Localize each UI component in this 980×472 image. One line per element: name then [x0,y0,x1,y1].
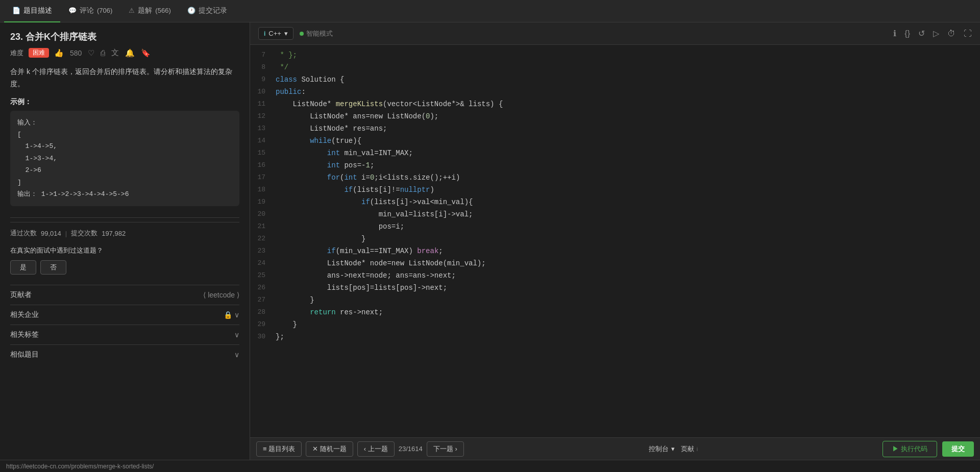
bookmark-icon[interactable]: 🔖 [141,48,151,58]
line-content-13: ListNode* res=ans; [276,122,980,135]
example-label: 示例： [10,97,239,107]
line-content-11: ListNode* mergeKLists(vector<ListNode*>&… [276,98,980,110]
line-num-8: 8 [250,61,276,73]
toolbar-mode: 智能模式 [300,29,333,38]
fullscreen-icon[interactable]: ⛶ [964,29,972,38]
console-label: 控制台 [649,444,669,454]
toolbar-right: ℹ {} ↺ ▷ ⏱ ⛶ [893,29,972,38]
reset-icon[interactable]: ↺ [918,29,925,38]
line-num-22: 22 [250,233,276,245]
code-line-21: 21 pos=i; [250,220,980,233]
submit-label: 提交次数 [71,229,97,238]
console-btn[interactable]: 控制台 ▾ [649,444,675,454]
like-icon[interactable]: 👍 [54,48,64,58]
code-line-10: 10 public: [250,86,980,98]
console-chevron-icon: ▾ [671,445,675,453]
bottom-right: ▶ 执行代码 提交 [883,441,974,457]
submissions-icon: 🕐 [187,7,195,14]
tab-bar: 📄 题目描述 💬 评论 (706) ⚠ 题解 (566) 🕐 提交记录 [0,0,980,22]
problem-description: 合并 k 个排序链表，返回合并后的排序链表。请分析和描述算法的复杂度。 [10,66,239,90]
line-content-18: if(lists[i]!=nullptr) [276,184,980,196]
heart-icon[interactable]: ♡ [88,48,94,58]
section-companies[interactable]: 相关企业 🔒 ∨ [10,305,239,325]
problem-list-btn[interactable]: ≡ 题目列表 [256,441,302,457]
tab-description[interactable]: 📄 题目描述 [4,0,60,22]
lang-label: C++ [268,30,281,37]
timer-icon[interactable]: ⏱ [947,29,955,38]
similar-chevron-icon: ∨ [234,351,239,359]
section-contributors[interactable]: 页献者 ⟨ leetcode ⟩ [10,285,239,305]
next-btn[interactable]: 下一题 › [427,441,464,457]
code-line-8: 8 */ [250,61,980,73]
tab-comments[interactable]: 💬 评论 (706) [60,0,120,22]
tab-submissions[interactable]: 🕐 提交记录 [179,0,235,22]
line-content-21: pos=i; [276,220,980,233]
line-num-20: 20 [250,208,276,220]
tab-solutions[interactable]: ⚠ 题解 (566) [120,0,179,22]
language-selector[interactable]: i C++ ▾ [258,27,293,40]
line-num-19: 19 [250,196,276,208]
line-content-30: }; [276,331,980,343]
tab-description-label: 题目描述 [23,6,52,15]
interview-yes-btn[interactable]: 是 [10,260,36,275]
stats-row: 通过次数 99,014 | 提交次数 197,982 [10,222,239,238]
code-line-28: 28 return res->next; [250,306,980,318]
line-content-22: } [276,233,980,245]
random-btn[interactable]: ✕ 随机一题 [306,441,353,457]
submit-count: 197,982 [102,230,126,237]
line-num-13: 13 [250,122,276,135]
line-content-19: if(lists[i]->val<min_val){ [276,196,980,208]
contribute-label: 页献 [681,444,694,454]
code-line-14: 14 while(true){ [250,135,980,147]
section-similar[interactable]: 相似题目 ∨ [10,344,239,364]
contribute-info-icon: i [697,446,698,452]
share-icon[interactable]: ⎙ [101,48,105,57]
line-num-28: 28 [250,306,276,318]
translate-icon[interactable]: 文 [111,48,119,58]
mode-label: 智能模式 [306,29,333,38]
format-icon[interactable]: {} [904,29,910,38]
contribute-btn[interactable]: 页献 i [681,444,698,454]
run-icon[interactable]: ▷ [933,29,939,38]
code-line-29: 29 } [250,318,980,331]
line-content-20: min_val=lists[i]->val; [276,208,980,220]
bell-icon[interactable]: 🔔 [125,48,135,58]
solutions-badge: (566) [155,7,170,14]
section-tags[interactable]: 相关标签 ∨ [10,325,239,344]
input-label: 输入： [17,119,37,127]
interview-question: 在真实的面试中遇到过这道题？ [10,246,239,255]
tags-chevron-icon: ∨ [234,331,239,339]
line-num-30: 30 [250,331,276,343]
code-line-19: 19 if(lists[i]->val<min_val){ [250,196,980,208]
mode-dot [300,32,304,36]
code-line-20: 20 min_val=lists[i]->val; [250,208,980,220]
example-box: 输入： [ 1->4->5, 1->3->4, 2->6 ] 输出： 1->1-… [10,111,239,207]
line-content-15: int min_val=INT_MAX; [276,147,980,159]
pass-count: 99,014 [41,230,61,237]
code-line-30: 30 }; [250,331,980,343]
tags-label: 相关标签 [10,330,39,339]
prev-btn[interactable]: ‹ 上一题 [357,441,395,457]
difficulty-label: 难度 [10,48,23,58]
submit-btn[interactable]: 提交 [942,441,974,457]
line-num-14: 14 [250,135,276,147]
description-icon: 📄 [12,7,20,14]
run-code-btn[interactable]: ▶ 执行代码 [883,441,937,457]
code-line-23: 23 if(min_val==INT_MAX) break; [250,245,980,257]
like-count: 580 [70,49,82,57]
line-num-9: 9 [250,73,276,86]
line-num-10: 10 [250,86,276,98]
code-line-22: 22 } [250,233,980,245]
tab-solutions-label: 题解 [138,6,152,15]
line-content-24: ListNode* node=new ListNode(min_val); [276,257,980,269]
info-icon[interactable]: ℹ [893,29,896,38]
code-editor[interactable]: 7 * }; 8 */ 9 class Solution { 10 public… [250,45,980,437]
problem-title: 23. 合并K个排序链表 [10,31,239,43]
contributors-icon: ⟨ leetcode ⟩ [203,291,239,299]
code-line-18: 18 if(lists[i]!=nullptr) [250,184,980,196]
line-content-25: ans->next=node; ans=ans->next; [276,269,980,282]
interview-no-btn[interactable]: 否 [40,260,66,275]
bottom-center: 控制台 ▾ 页献 i [649,444,698,454]
line-num-29: 29 [250,318,276,331]
code-line-7: 7 * }; [250,49,980,61]
